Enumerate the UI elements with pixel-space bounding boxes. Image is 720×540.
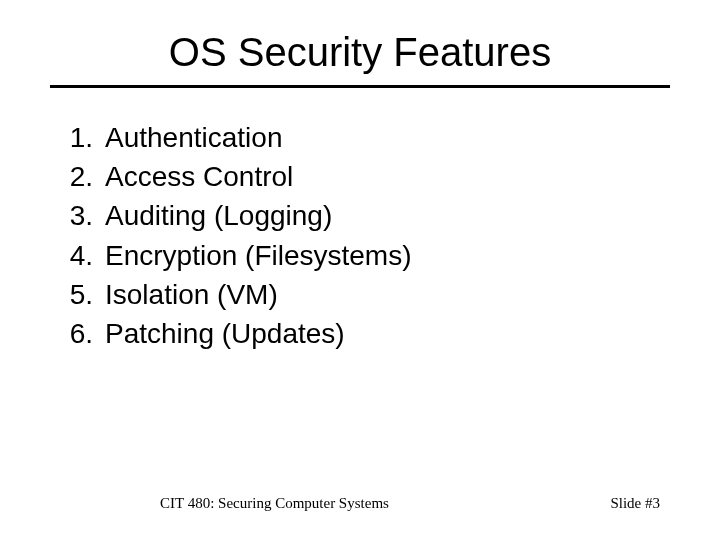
slide-container: OS Security Features 1. Authentication 2… xyxy=(0,0,720,540)
list-item: 1. Authentication xyxy=(60,118,670,157)
list-text: Authentication xyxy=(105,118,670,157)
content-area: 1. Authentication 2. Access Control 3. A… xyxy=(50,118,670,495)
list-number: 3. xyxy=(60,196,105,235)
list-text: Access Control xyxy=(105,157,670,196)
list-item: 4. Encryption (Filesystems) xyxy=(60,236,670,275)
list-number: 1. xyxy=(60,118,105,157)
list-text: Isolation (VM) xyxy=(105,275,670,314)
list-text: Encryption (Filesystems) xyxy=(105,236,670,275)
list-number: 4. xyxy=(60,236,105,275)
list-number: 6. xyxy=(60,314,105,353)
slide-number: Slide #3 xyxy=(610,495,660,512)
list-item: 3. Auditing (Logging) xyxy=(60,196,670,235)
feature-list: 1. Authentication 2. Access Control 3. A… xyxy=(60,118,670,353)
slide-title: OS Security Features xyxy=(50,30,670,88)
list-item: 2. Access Control xyxy=(60,157,670,196)
list-number: 5. xyxy=(60,275,105,314)
list-item: 5. Isolation (VM) xyxy=(60,275,670,314)
list-item: 6. Patching (Updates) xyxy=(60,314,670,353)
list-text: Auditing (Logging) xyxy=(105,196,670,235)
slide-footer: CIT 480: Securing Computer Systems Slide… xyxy=(50,495,670,520)
list-number: 2. xyxy=(60,157,105,196)
course-label: CIT 480: Securing Computer Systems xyxy=(160,495,389,512)
list-text: Patching (Updates) xyxy=(105,314,670,353)
